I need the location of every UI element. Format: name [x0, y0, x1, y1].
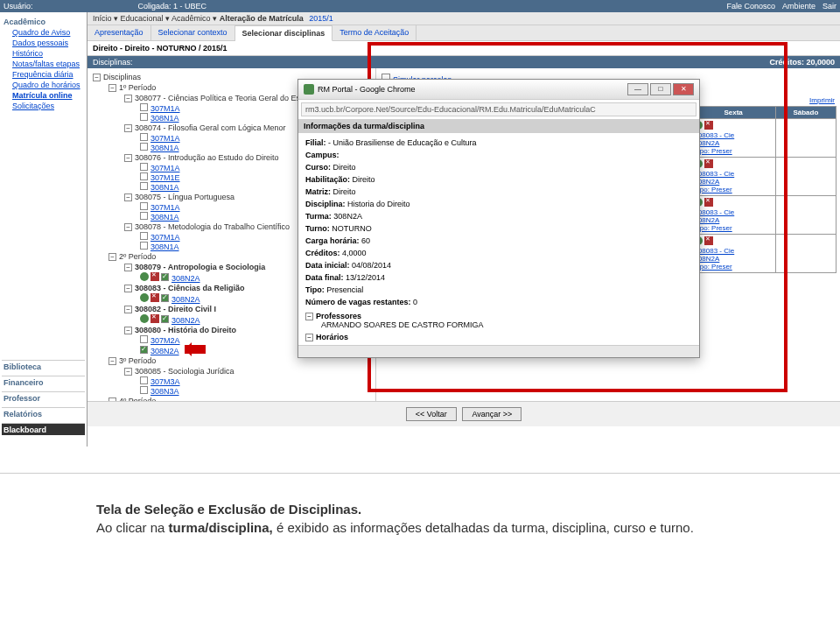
sched-cell[interactable]: 308083 - Cie308N2ATipo: Preser [691, 119, 775, 158]
checkbox[interactable] [140, 232, 148, 240]
checkbox[interactable] [140, 113, 148, 121]
avancar-button[interactable]: Avançar >> [462, 407, 522, 421]
sidebar-sec-financeiro[interactable]: Financeiro [2, 376, 85, 388]
sidebar-sec-blackboard[interactable]: Blackboard [2, 423, 85, 435]
sched-cell[interactable]: 308083 - Cie308N2ATipo: Preser [691, 235, 775, 273]
checkbox[interactable] [161, 315, 169, 323]
checkbox[interactable] [140, 242, 148, 250]
remove-icon[interactable] [150, 293, 159, 302]
remove-icon[interactable] [150, 314, 159, 323]
sidebar-item-matricula[interactable]: Matrícula online [2, 90, 85, 101]
checkbox[interactable] [140, 386, 148, 394]
context-label: Direito - Direito - NOTURNO / 2015/1 [88, 41, 840, 56]
tree-toggle[interactable]: − [124, 193, 132, 201]
turma-link[interactable]: 308N3A [150, 387, 179, 396]
ambiente-link[interactable]: Ambiente [782, 2, 816, 11]
tree-toggle[interactable]: − [124, 264, 132, 271]
remove-icon[interactable] [704, 236, 713, 245]
turma-link[interactable]: 308N1A [150, 183, 179, 192]
tree-toggle[interactable]: − [124, 368, 132, 376]
tree-toggle[interactable]: − [108, 253, 116, 261]
turma-link[interactable]: 307M1A [150, 233, 180, 242]
checkbox[interactable] [161, 294, 169, 302]
sidebar-sec-biblioteca[interactable]: Biblioteca [2, 360, 85, 372]
tab-contexto[interactable]: Selecionar contexto [151, 25, 235, 40]
sidebar-item-frequencia[interactable]: Frequência diária [2, 69, 85, 80]
minimize-button[interactable]: — [627, 83, 648, 95]
tab-disciplinas[interactable]: Selecionar disciplinas [235, 25, 333, 41]
tree-toggle[interactable]: − [124, 306, 132, 313]
checkbox[interactable] [161, 273, 169, 281]
turma-link[interactable]: 307M1A [150, 203, 180, 212]
checkbox[interactable] [140, 376, 148, 384]
field-value: NOTURNO [332, 224, 372, 233]
professores-label: Professores [316, 312, 361, 320]
tab-apresentacao[interactable]: Apresentação [88, 25, 151, 40]
turma-link[interactable]: 307M3A [150, 377, 180, 386]
sidebar-item-solicitacoes[interactable]: Solicitações [2, 101, 85, 111]
checkbox[interactable] [140, 212, 148, 220]
tree-toggle[interactable]: − [124, 124, 132, 132]
tree-toggle[interactable]: − [124, 285, 132, 292]
tree-toggle[interactable]: − [108, 84, 116, 92]
disciplinas-bar: Disciplinas: Créditos: 20,0000 [88, 56, 840, 68]
fale-conosco-link[interactable]: Fale Conosco [726, 2, 775, 11]
tree-toggle[interactable]: − [124, 154, 132, 162]
popup-url-bar[interactable]: rm3.ucb.br/Corpore.Net/Source/Edu-Educac… [301, 102, 696, 116]
sidebar-sec-relatorios[interactable]: Relatórios [2, 407, 85, 419]
sched-cell[interactable]: 308083 - Cie308N2ATipo: Preser [691, 196, 775, 235]
tree-toggle[interactable]: − [108, 357, 116, 365]
sair-link[interactable]: Sair [822, 2, 836, 11]
remove-icon[interactable] [704, 159, 713, 168]
checkbox[interactable] [140, 182, 148, 190]
remove-icon[interactable] [704, 121, 713, 130]
voltar-button[interactable]: << Voltar [406, 407, 457, 421]
tree-toggle[interactable]: − [108, 397, 116, 401]
checkbox[interactable] [140, 172, 148, 180]
bc-edu[interactable]: Educacional [121, 14, 164, 23]
sidebar-sec-professor[interactable]: Professor [2, 391, 85, 404]
checkbox[interactable] [140, 346, 148, 354]
tree-toggle[interactable]: − [305, 313, 313, 320]
turma-link[interactable]: 307M2A [150, 336, 180, 345]
turma-link[interactable]: 307M1A [150, 134, 180, 143]
sidebar-item-dados[interactable]: Dados pessoais [2, 38, 85, 48]
turma-link[interactable]: 307M1A [150, 164, 180, 172]
remove-icon[interactable] [704, 198, 713, 207]
tree-toggle[interactable]: − [93, 74, 101, 81]
sched-cell[interactable]: 308083 - Cie308N2ATipo: Preser [691, 158, 775, 196]
turma-link[interactable]: 308N2A [172, 316, 200, 325]
checkbox[interactable] [140, 133, 148, 141]
checkbox[interactable] [140, 103, 148, 111]
tree-toggle[interactable]: − [124, 327, 132, 334]
bc-acad[interactable]: Acadêmico [172, 14, 211, 23]
tree-toggle[interactable]: − [124, 95, 132, 102]
tab-termo[interactable]: Termo de Aceitação [332, 25, 416, 40]
turma-link[interactable]: 307M1A [150, 104, 180, 113]
turma-link[interactable]: 308N1A [150, 243, 179, 251]
checkbox[interactable] [140, 202, 148, 210]
sidebar-item-notas[interactable]: Notas/faltas etapas [2, 59, 85, 69]
checkbox[interactable] [140, 335, 148, 343]
turma-link[interactable]: 307M1E [150, 173, 180, 182]
checkbox[interactable] [140, 143, 148, 151]
remove-icon[interactable] [150, 272, 159, 281]
sidebar-item-historico[interactable]: Histórico [2, 48, 85, 59]
maximize-button[interactable]: □ [650, 83, 671, 95]
tree-toggle[interactable]: − [124, 223, 132, 231]
tree-toggle[interactable]: − [305, 334, 313, 341]
periodo-1: 1º Período [119, 83, 156, 92]
turma-link[interactable]: 308N2A [172, 295, 200, 304]
popup-titlebar[interactable]: RM Portal - Google Chrome — □ ✕ [298, 80, 699, 100]
popup-scrollbar[interactable] [298, 345, 699, 357]
turma-link[interactable]: 308N1A [150, 114, 179, 123]
turma-link[interactable]: 308N1A [150, 144, 179, 152]
turma-link[interactable]: 308N1A [150, 213, 179, 222]
turma-link[interactable]: 308N2A [172, 274, 200, 283]
sidebar-item-quadro-aviso[interactable]: Quadro de Aviso [2, 27, 85, 38]
close-button[interactable]: ✕ [673, 83, 694, 95]
bc-inicio[interactable]: Início [93, 14, 112, 23]
turma-link[interactable]: 308N2A [150, 347, 179, 355]
checkbox[interactable] [140, 163, 148, 171]
sidebar-item-horarios[interactable]: Quadro de horários [2, 80, 85, 90]
